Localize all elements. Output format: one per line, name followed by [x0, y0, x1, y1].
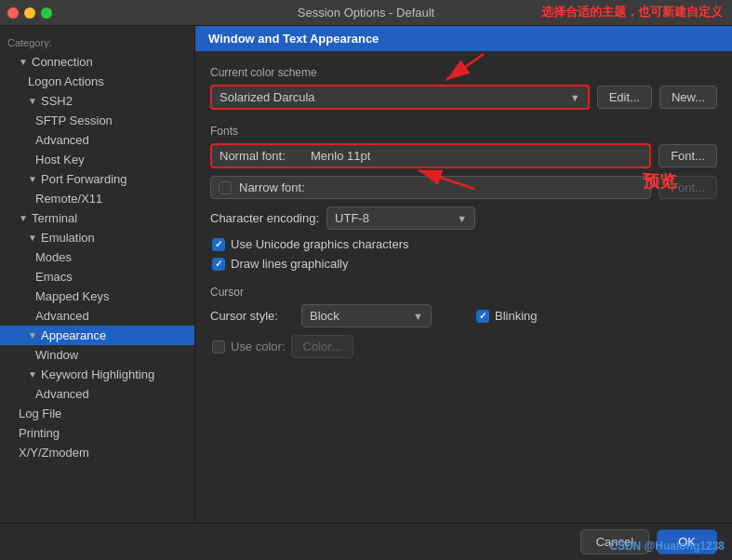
sidebar-item-label: Host Key — [35, 153, 85, 167]
check-icon: ✓ — [215, 239, 222, 249]
cursor-style-row: Cursor style: Block ▼ ✓ Blinking — [210, 304, 717, 327]
sidebar-item-label: Connection — [32, 55, 93, 69]
sidebar-item-label: Emulation — [41, 231, 95, 245]
sidebar-item-advanced-term[interactable]: Advanced — [0, 306, 194, 326]
sidebar-item-label: Emacs — [35, 270, 73, 284]
annotation-top: 选择合适的主题，也可新建自定义 — [541, 4, 723, 20]
color-scheme-section: Current color scheme Solarized Darcula ▼… — [210, 66, 717, 110]
draw-lines-label: Draw lines graphically — [231, 257, 348, 271]
sidebar-item-mapped-keys[interactable]: Mapped Keys — [0, 287, 194, 306]
narrow-font-box: Narrow font: — [210, 176, 651, 199]
use-unicode-row: ✓ Use Unicode graphics characters — [210, 237, 717, 251]
cursor-section: Cursor Cursor style: Block ▼ ✓ Blinking — [210, 286, 717, 358]
cursor-style-label: Cursor style: — [210, 309, 294, 323]
normal-font-label: Normal font: — [220, 149, 303, 163]
fonts-label: Fonts — [210, 125, 717, 138]
maximize-button[interactable] — [41, 7, 52, 19]
use-color-checkbox[interactable] — [212, 340, 225, 353]
sidebar-item-label: Terminal — [32, 211, 77, 225]
window-controls[interactable] — [7, 7, 52, 19]
sidebar-item-logon-actions[interactable]: Logon Actions — [0, 72, 194, 91]
check-icon: ✓ — [215, 259, 222, 269]
sidebar-item-label: Appearance — [41, 328, 106, 342]
sidebar-item-keyword-highlighting[interactable]: ▼ Keyword Highlighting — [0, 365, 194, 384]
normal-font-box: Normal font: Menlo 11pt — [210, 143, 651, 168]
narrow-font-label: Narrow font: — [239, 180, 323, 194]
use-unicode-checkbox[interactable]: ✓ — [212, 238, 225, 251]
sidebar-item-label: Log File — [19, 407, 61, 420]
sidebar-item-label: Window — [35, 348, 78, 362]
sidebar-item-remotex11[interactable]: Remote/X11 — [0, 189, 194, 208]
cursor-label: Cursor — [210, 286, 717, 299]
sidebar-item-label: SSH2 — [41, 94, 73, 108]
blinking-checkbox[interactable]: ✓ — [476, 310, 489, 323]
csdn-watermark: CSDN @Hualong1238 — [609, 540, 725, 553]
sidebar-item-xyzmodem[interactable]: X/Y/Zmodem — [0, 443, 194, 462]
expand-icon: ▼ — [28, 96, 37, 106]
draw-lines-checkbox[interactable]: ✓ — [212, 258, 225, 271]
chevron-down-icon: ▼ — [570, 92, 580, 103]
sidebar-item-label: Logon Actions — [28, 74, 104, 88]
sidebar-item-label: Advanced — [35, 133, 89, 147]
use-color-row: Use color: Color... — [210, 335, 717, 358]
edit-button[interactable]: Edit... — [597, 86, 652, 109]
sidebar-item-sftp[interactable]: SFTP Session — [0, 111, 194, 130]
sidebar-item-label: SFTP Session — [35, 113, 113, 127]
sidebar-item-emulation[interactable]: ▼ Emulation — [0, 228, 194, 247]
cursor-style-value: Block — [310, 309, 339, 323]
category-label: Category: — [0, 33, 194, 52]
content-panel: Window and Text Appearance Current color… — [195, 26, 732, 523]
preview-annotation: 预览 — [643, 170, 676, 193]
sidebar-item-port-forwarding[interactable]: ▼ Port Forwarding — [0, 169, 194, 189]
content-header: Window and Text Appearance — [195, 26, 732, 51]
sidebar-item-emacs[interactable]: Emacs — [0, 267, 194, 287]
narrow-font-checkbox[interactable] — [219, 181, 232, 194]
cursor-style-dropdown[interactable]: Block ▼ — [301, 304, 432, 327]
sidebar-item-modes[interactable]: Modes — [0, 247, 194, 267]
draw-lines-row: ✓ Draw lines graphically — [210, 257, 717, 271]
sidebar-item-log-file[interactable]: Log File — [0, 404, 194, 423]
normal-font-row: Normal font: Menlo 11pt Font... — [210, 143, 717, 168]
blinking-row: ✓ Blinking — [476, 309, 538, 323]
expand-icon: ▼ — [28, 369, 37, 380]
sidebar-item-label: Keyword Highlighting — [41, 367, 154, 381]
sidebar-item-ssh2[interactable]: ▼ SSH2 — [0, 91, 194, 111]
expand-icon: ▼ — [28, 233, 37, 243]
sidebar: Category: ▼ Connection Logon Actions ▼ S… — [0, 26, 195, 523]
main-layout: Category: ▼ Connection Logon Actions ▼ S… — [0, 26, 732, 523]
color-scheme-value: Solarized Darcula — [220, 90, 315, 104]
font-button[interactable]: Font... — [659, 144, 717, 167]
char-encoding-dropdown[interactable]: UTF-8 ▼ — [326, 207, 475, 230]
new-button[interactable]: New... — [659, 86, 717, 109]
char-encoding-row: Character encoding: UTF-8 ▼ — [210, 207, 717, 230]
sidebar-item-advanced-kw[interactable]: Advanced — [0, 384, 194, 404]
char-encoding-label: Character encoding: — [210, 211, 319, 225]
titlebar: Session Options - Default 选择合适的主题，也可新建自定… — [0, 0, 732, 26]
use-color-label: Use color: — [231, 340, 286, 353]
color-scheme-label: Current color scheme — [210, 66, 717, 79]
sidebar-item-printing[interactable]: Printing — [0, 423, 194, 443]
sidebar-item-label: X/Y/Zmodem — [19, 446, 89, 460]
sidebar-item-window[interactable]: Window — [0, 345, 194, 365]
sidebar-item-label: Advanced — [35, 309, 89, 323]
fonts-section: Fonts Normal font: Menlo 11pt Font... Na… — [210, 125, 717, 271]
char-encoding-value: UTF-8 — [335, 211, 369, 225]
sidebar-item-advanced-conn[interactable]: Advanced — [0, 130, 194, 150]
minimize-button[interactable] — [24, 7, 35, 19]
window-title: Session Options - Default — [298, 6, 434, 20]
sidebar-item-terminal[interactable]: ▼ Terminal — [0, 208, 194, 228]
close-button[interactable] — [7, 7, 19, 19]
sidebar-item-label: Advanced — [35, 387, 89, 401]
color-button: Color... — [291, 335, 353, 358]
sidebar-item-label: Remote/X11 — [35, 192, 102, 206]
sidebar-item-appearance[interactable]: ▼ Appearance — [0, 326, 194, 345]
chevron-down-icon: ▼ — [457, 213, 467, 224]
use-unicode-label: Use Unicode graphics characters — [231, 237, 408, 251]
color-scheme-dropdown[interactable]: Solarized Darcula ▼ — [210, 85, 590, 110]
sidebar-item-connection[interactable]: ▼ Connection — [0, 52, 194, 72]
expand-icon: ▼ — [19, 213, 28, 223]
sidebar-item-host-key[interactable]: Host Key — [0, 150, 194, 169]
normal-font-value: Menlo 11pt — [311, 149, 370, 163]
expand-icon: ▼ — [28, 330, 37, 340]
narrow-font-row: Narrow font: Font... — [210, 176, 717, 199]
